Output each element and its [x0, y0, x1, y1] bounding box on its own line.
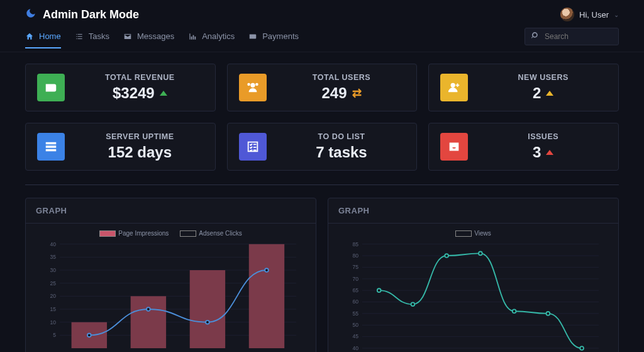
user-menu[interactable]: Hi, User ⌄	[560, 8, 619, 21]
svg-point-25	[147, 308, 150, 312]
card-total-users[interactable]: TOTAL USERS 249 ⇄	[227, 64, 418, 111]
trend-up-icon	[546, 91, 553, 96]
svg-point-61	[580, 347, 584, 351]
svg-text:5: 5	[53, 332, 56, 339]
search-icon	[531, 31, 540, 42]
svg-rect-23	[249, 244, 284, 348]
svg-point-60	[547, 312, 550, 315]
svg-point-26	[206, 321, 209, 324]
svg-text:65: 65	[353, 287, 359, 293]
tasks-icon	[75, 32, 84, 41]
svg-text:25: 25	[50, 280, 57, 287]
card-label: TO DO LIST	[278, 132, 406, 141]
card-value: 2	[533, 84, 541, 102]
card-new-users[interactable]: NEW USERS 2	[428, 64, 619, 111]
svg-text:30: 30	[50, 267, 57, 273]
search-input[interactable]	[545, 32, 612, 41]
svg-point-57	[445, 254, 448, 258]
svg-text:55: 55	[353, 310, 359, 317]
svg-point-58	[479, 252, 482, 256]
tab-payments[interactable]: Payments	[248, 31, 299, 48]
tab-label: Tasks	[89, 31, 109, 41]
card-label: TOTAL USERS	[278, 73, 406, 82]
legend-item: Views	[455, 230, 491, 237]
card-label: ISSUES	[479, 132, 607, 141]
graph-title: GRAPH	[328, 198, 618, 224]
svg-point-27	[265, 269, 269, 273]
card-value: 7 tasks	[316, 144, 367, 161]
tab-label: Analytics	[202, 31, 235, 41]
legend-item: Adsense Clicks	[180, 230, 242, 237]
card-server-uptime[interactable]: SERVER UPTIME 152 days	[25, 123, 216, 171]
svg-point-24	[87, 334, 91, 338]
tab-tasks[interactable]: Tasks	[75, 31, 109, 48]
card-value: 3	[533, 144, 541, 161]
avatar	[560, 8, 574, 21]
checklist-icon	[239, 133, 267, 161]
trend-up-icon	[160, 91, 167, 96]
swap-icon: ⇄	[352, 86, 362, 100]
svg-point-56	[411, 303, 415, 307]
search-box[interactable]	[525, 28, 619, 45]
card-label: NEW USERS	[479, 73, 607, 82]
wallet-icon	[248, 32, 257, 41]
tab-messages[interactable]: Messages	[123, 31, 174, 48]
card-value: 152 days	[108, 144, 172, 161]
graph-card-right: GRAPH Views 40455055606570758085JanuaryF…	[328, 198, 619, 352]
svg-text:80: 80	[353, 253, 359, 259]
svg-text:40: 40	[50, 241, 57, 247]
divider	[25, 185, 619, 185]
card-label: TOTAL REVENUE	[76, 73, 204, 82]
svg-text:50: 50	[353, 322, 359, 328]
chart-icon	[188, 32, 197, 41]
envelope-icon	[123, 32, 132, 41]
card-value: $3249	[113, 84, 155, 102]
brand-title: Admin Dark Mode	[43, 8, 139, 21]
svg-rect-22	[190, 270, 225, 348]
card-value: 249	[321, 84, 347, 102]
card-label: SERVER UPTIME	[76, 132, 204, 141]
tab-label: Home	[39, 31, 61, 41]
graph-card-left: GRAPH Page Impressions Adsense Clicks 51…	[25, 198, 316, 352]
svg-text:45: 45	[353, 334, 359, 340]
graph-title: GRAPH	[26, 198, 316, 224]
swatch-icon	[180, 230, 196, 237]
svg-text:40: 40	[353, 345, 359, 351]
trend-up-icon	[546, 150, 553, 155]
chart-left: 510152025303540JanuaryFebruaryMarchApril	[36, 241, 306, 352]
user-plus-icon	[440, 74, 468, 101]
legend-item: Page Impressions	[99, 230, 169, 237]
wallet-icon	[37, 74, 65, 101]
tab-label: Payments	[262, 31, 299, 41]
card-todo-list[interactable]: TO DO LIST 7 tasks	[227, 123, 418, 171]
svg-text:15: 15	[50, 306, 57, 312]
svg-point-55	[377, 289, 381, 293]
card-total-revenue[interactable]: TOTAL REVENUE $3249	[25, 64, 216, 111]
svg-rect-21	[131, 297, 166, 349]
home-icon	[25, 32, 34, 41]
inbox-icon	[440, 133, 468, 161]
user-greeting: Hi, User	[579, 10, 609, 20]
svg-text:10: 10	[50, 319, 57, 326]
svg-text:20: 20	[50, 293, 57, 300]
swatch-icon	[455, 230, 472, 237]
svg-text:35: 35	[50, 254, 57, 261]
chevron-down-icon: ⌄	[614, 11, 619, 18]
card-issues[interactable]: ISSUES 3	[428, 123, 619, 171]
server-icon	[37, 133, 65, 161]
moon-icon	[25, 8, 36, 22]
tab-analytics[interactable]: Analytics	[188, 31, 235, 48]
svg-text:85: 85	[353, 241, 359, 247]
users-icon	[239, 74, 267, 101]
svg-text:60: 60	[353, 299, 359, 305]
svg-text:75: 75	[353, 264, 359, 271]
svg-point-59	[513, 310, 516, 314]
chart-right: 40455055606570758085JanuaryFebruaryMarch…	[338, 241, 608, 352]
svg-text:70: 70	[353, 276, 359, 282]
tab-home[interactable]: Home	[25, 31, 61, 48]
tab-label: Messages	[137, 31, 174, 41]
swatch-icon	[99, 230, 116, 237]
